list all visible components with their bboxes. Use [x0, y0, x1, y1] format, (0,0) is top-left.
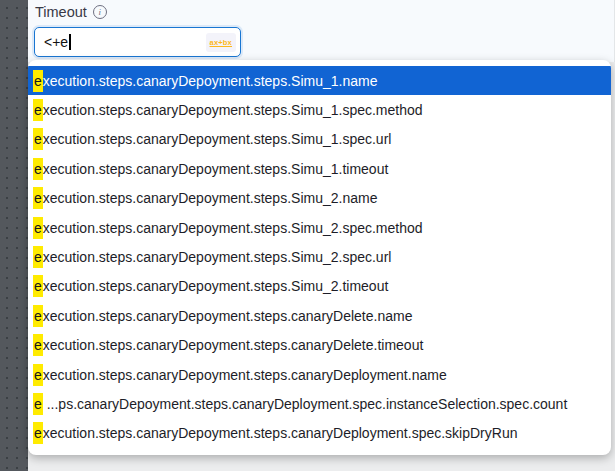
suggestion-text: xecution.steps.canaryDepoyment.steps.can…: [43, 367, 447, 383]
match-highlight: e: [33, 305, 43, 327]
match-highlight: e: [33, 334, 43, 356]
expression-mode-icon[interactable]: ax+bx: [206, 33, 236, 52]
expression-suggestions-dropdown: execution.steps.canaryDepoyment.steps.Si…: [28, 60, 611, 455]
suggestion-item[interactable]: execution.steps.canaryDepoyment.steps.Si…: [28, 272, 611, 301]
suggestion-item[interactable]: execution.steps.canaryDepoyment.steps.ca…: [28, 360, 611, 389]
suggestion-item[interactable]: execution.steps.canaryDepoyment.steps.ca…: [28, 301, 611, 330]
suggestion-item[interactable]: execution.steps.canaryDepoyment.steps.ca…: [28, 331, 611, 360]
info-icon[interactable]: i: [93, 5, 107, 19]
suggestion-item[interactable]: execution.steps.canaryDepoyment.steps.Si…: [28, 66, 611, 95]
match-highlight: e: [33, 393, 43, 415]
suggestion-item[interactable]: execution.steps.canaryDepoyment.steps.Si…: [28, 154, 611, 183]
suggestion-text: xecution.steps.canaryDepoyment.steps.Sim…: [43, 220, 423, 236]
suggestion-item[interactable]: e ...ps.canaryDepoyment.steps.canaryDepl…: [28, 389, 611, 418]
match-highlight: e: [33, 128, 43, 150]
text-caret: [69, 34, 71, 50]
match-highlight: e: [33, 217, 43, 239]
suggestion-text: ...ps.canaryDepoyment.steps.canaryDeploy…: [43, 396, 568, 412]
suggestion-text: xecution.steps.canaryDepoyment.steps.Sim…: [43, 161, 389, 177]
suggestion-item[interactable]: execution.steps.canaryDepoyment.steps.Si…: [28, 125, 611, 154]
match-highlight: e: [33, 246, 43, 268]
pipeline-canvas: [0, 0, 28, 471]
suggestion-text: xecution.steps.canaryDepoyment.steps.Sim…: [43, 131, 392, 147]
timeout-field-label: Timeout i: [35, 4, 107, 20]
suggestion-text: xecution.steps.canaryDepoyment.steps.Sim…: [43, 190, 378, 206]
timeout-expression-input[interactable]: <+e ax+bx: [34, 27, 241, 57]
suggestion-text: xecution.steps.canaryDepoyment.steps.can…: [43, 425, 518, 441]
suggestion-item[interactable]: execution.steps.canaryDepoyment.steps.Si…: [28, 95, 611, 124]
match-highlight: e: [33, 99, 43, 121]
suggestion-item[interactable]: execution.steps.canaryDepoyment.steps.Si…: [28, 213, 611, 242]
suggestion-text: xecution.steps.canaryDepoyment.steps.Sim…: [43, 278, 389, 294]
suggestion-text: xecution.steps.canaryDepoyment.steps.can…: [43, 337, 424, 353]
suggestion-item[interactable]: execution.steps.canaryDepoyment.steps.Si…: [28, 184, 611, 213]
match-highlight: e: [33, 187, 43, 209]
suggestion-text: xecution.steps.canaryDepoyment.steps.can…: [43, 308, 413, 324]
suggestion-text: xecution.steps.canaryDepoyment.steps.Sim…: [43, 102, 423, 118]
match-highlight: e: [33, 275, 43, 297]
suggestion-item[interactable]: execution.steps.canaryDepoyment.steps.ca…: [28, 419, 611, 448]
suggestion-text: xecution.steps.canaryDepoyment.steps.Sim…: [43, 73, 378, 89]
suggestion-item[interactable]: execution.steps.canaryDepoyment.steps.Si…: [28, 242, 611, 271]
timeout-input-value: <+e: [44, 34, 68, 50]
match-highlight: e: [33, 364, 43, 386]
timeout-label-text: Timeout: [35, 4, 87, 20]
match-highlight: e: [33, 422, 43, 444]
match-highlight: e: [33, 70, 43, 92]
suggestion-text: xecution.steps.canaryDepoyment.steps.Sim…: [43, 249, 392, 265]
match-highlight: e: [33, 158, 43, 180]
